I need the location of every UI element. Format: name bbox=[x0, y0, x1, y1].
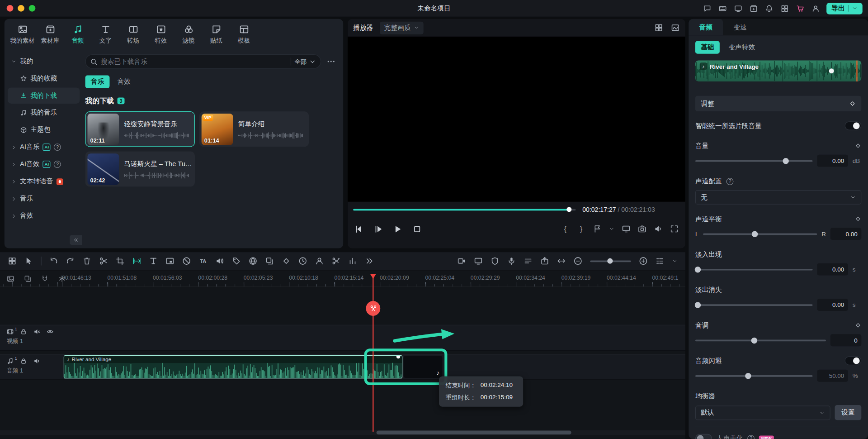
subtab-basic[interactable]: 基础 bbox=[695, 41, 720, 54]
account-icon[interactable] bbox=[811, 4, 820, 12]
video-preview[interactable] bbox=[348, 37, 685, 202]
marker-options-icon[interactable] bbox=[609, 226, 614, 232]
sidebar-item-文本转语音[interactable]: 文本转语音 bbox=[8, 173, 80, 190]
feedback-icon[interactable] bbox=[703, 4, 711, 12]
dragged-clip-ghost[interactable]: ♪ bbox=[404, 356, 443, 378]
video-scope-icon[interactable] bbox=[671, 23, 680, 32]
search-bar[interactable]: 全部 bbox=[85, 54, 321, 69]
volume-keyframe-icon[interactable] bbox=[855, 143, 862, 149]
insert-media-icon[interactable] bbox=[7, 275, 14, 282]
seek-bar[interactable] bbox=[353, 209, 576, 210]
zoom-slider-handle[interactable] bbox=[607, 258, 613, 264]
motion-track-icon[interactable] bbox=[315, 257, 324, 266]
audio-track-icon[interactable]: 1 bbox=[7, 358, 14, 365]
lock-track-icon[interactable] bbox=[20, 328, 27, 335]
equalizer-select[interactable]: 默认 bbox=[695, 406, 830, 420]
text-to-speech-icon[interactable]: TA bbox=[199, 257, 208, 266]
panel-tab-转场[interactable]: 转场 bbox=[119, 22, 146, 49]
search-input[interactable] bbox=[101, 57, 288, 65]
slider-handle[interactable] bbox=[695, 267, 701, 272]
video-track[interactable]: 1 视频 1 bbox=[0, 325, 685, 351]
fade-in-value[interactable]: 0.00 bbox=[817, 263, 848, 276]
play-to-end-icon[interactable] bbox=[374, 224, 383, 234]
voiceover-icon[interactable] bbox=[507, 257, 516, 266]
volume-value[interactable]: 0.00 bbox=[817, 155, 848, 167]
pitch-slider[interactable] bbox=[695, 336, 826, 344]
play-icon[interactable] bbox=[393, 224, 402, 234]
translate-icon[interactable] bbox=[249, 257, 258, 266]
delete-icon[interactable] bbox=[82, 257, 91, 266]
music-card-2[interactable]: 02:42马诺斯火星 – The Tun... bbox=[85, 151, 195, 186]
stop-icon[interactable] bbox=[412, 224, 422, 234]
audio-clip-preview[interactable]: ♪ River and Village bbox=[695, 60, 861, 81]
sidebar-item-音效[interactable]: 音效 bbox=[8, 208, 80, 224]
sidebar-item-主题包[interactable]: 主题包 bbox=[8, 122, 80, 138]
export-options-icon[interactable] bbox=[852, 5, 857, 11]
channel-config-select[interactable]: 无 bbox=[695, 190, 861, 205]
sidebar-item-我的音乐[interactable]: 我的音乐 bbox=[8, 105, 80, 121]
export-frame-icon[interactable] bbox=[540, 257, 549, 266]
panel-tab-滤镜[interactable]: 滤镜 bbox=[175, 22, 202, 49]
subtab-voice-effects[interactable]: 变声特效 bbox=[728, 43, 755, 52]
track-height-options-icon[interactable] bbox=[672, 258, 678, 264]
adjust-section-header[interactable]: 调整 bbox=[695, 96, 861, 111]
timeline-ruler[interactable]: 00:01:46:1300:01:51:0800:01:56:0300:02:0… bbox=[0, 274, 685, 287]
smart-cut-icon[interactable] bbox=[331, 257, 340, 266]
quality-dropdown[interactable]: 完整画质 bbox=[380, 21, 424, 34]
timeline-audio-clip[interactable]: ♪ River and Village bbox=[64, 355, 402, 378]
toggle-visibility-icon[interactable] bbox=[47, 328, 54, 335]
ducking-slider[interactable] bbox=[695, 372, 813, 380]
fade-out-slider[interactable] bbox=[695, 301, 813, 309]
panel-tab-我的素材[interactable]: 我的素材 bbox=[9, 22, 36, 49]
slider-handle[interactable] bbox=[752, 231, 758, 237]
smart-volume-toggle[interactable] bbox=[845, 121, 862, 130]
track-height-icon[interactable] bbox=[656, 257, 665, 266]
sidebar-item-音乐[interactable]: 音乐 bbox=[8, 191, 80, 207]
slider-handle[interactable] bbox=[745, 373, 751, 379]
panel-tab-贴纸[interactable]: 贴纸 bbox=[203, 22, 230, 49]
silence-detection-icon[interactable] bbox=[182, 257, 191, 266]
search-filter-dropdown[interactable]: 全部 bbox=[294, 57, 316, 66]
help-icon[interactable] bbox=[54, 161, 61, 168]
sidebar-item-AI音效[interactable]: AI音效AI bbox=[8, 156, 80, 172]
mark-out-icon[interactable]: } bbox=[577, 224, 586, 234]
balance-keyframe-icon[interactable] bbox=[855, 215, 862, 222]
picture-in-picture-icon[interactable] bbox=[165, 257, 175, 266]
zoom-slider[interactable] bbox=[590, 258, 631, 264]
cart-icon[interactable] bbox=[796, 4, 804, 12]
panel-tab-素材库[interactable]: 素材库 bbox=[37, 22, 64, 49]
insert-clip-icon[interactable] bbox=[24, 275, 32, 282]
ducking-value[interactable]: 50.00 bbox=[817, 370, 848, 382]
content-tab-音效[interactable]: 音效 bbox=[118, 77, 131, 86]
seek-bar-handle[interactable] bbox=[566, 207, 571, 212]
track-manager-icon[interactable] bbox=[524, 257, 533, 266]
media-grid-icon[interactable] bbox=[8, 257, 17, 266]
balance-value[interactable]: 0.00 bbox=[830, 228, 862, 240]
crop-icon[interactable] bbox=[116, 257, 125, 266]
mark-in-icon[interactable]: { bbox=[561, 224, 570, 234]
add-text-icon[interactable] bbox=[149, 257, 158, 266]
auto-ripple-icon[interactable] bbox=[557, 257, 566, 266]
redo-icon[interactable] bbox=[66, 257, 75, 266]
panel-tab-模板[interactable]: 模板 bbox=[230, 22, 257, 49]
notifications-icon[interactable] bbox=[765, 4, 773, 12]
music-card-0[interactable]: 02:11轻缓安静背景音乐 bbox=[85, 111, 195, 147]
slider-handle[interactable] bbox=[695, 302, 701, 308]
fade-out-value[interactable]: 0.00 bbox=[817, 299, 848, 311]
snapping-icon[interactable] bbox=[41, 275, 49, 282]
fullscreen-icon[interactable] bbox=[670, 224, 679, 234]
video-track-icon[interactable]: 1 bbox=[7, 328, 14, 335]
copy-effects-icon[interactable] bbox=[265, 257, 274, 266]
snapshot-icon[interactable] bbox=[638, 224, 647, 234]
panel-tab-特效[interactable]: 特效 bbox=[147, 22, 175, 49]
timeline-scrollbar[interactable] bbox=[0, 430, 685, 435]
help-icon[interactable] bbox=[54, 143, 61, 151]
more-options-icon[interactable] bbox=[326, 57, 335, 66]
pitch-keyframe-icon[interactable] bbox=[855, 322, 862, 329]
speed-ramp-icon[interactable] bbox=[298, 257, 307, 266]
music-card-1[interactable]: VIP01:14简单介绍 bbox=[199, 111, 309, 147]
ducking-toggle[interactable] bbox=[845, 356, 862, 365]
more-tools-icon[interactable] bbox=[365, 257, 374, 266]
lock-track-icon[interactable] bbox=[20, 358, 27, 365]
sidebar-item-我的下载[interactable]: 我的下载 bbox=[8, 87, 80, 104]
